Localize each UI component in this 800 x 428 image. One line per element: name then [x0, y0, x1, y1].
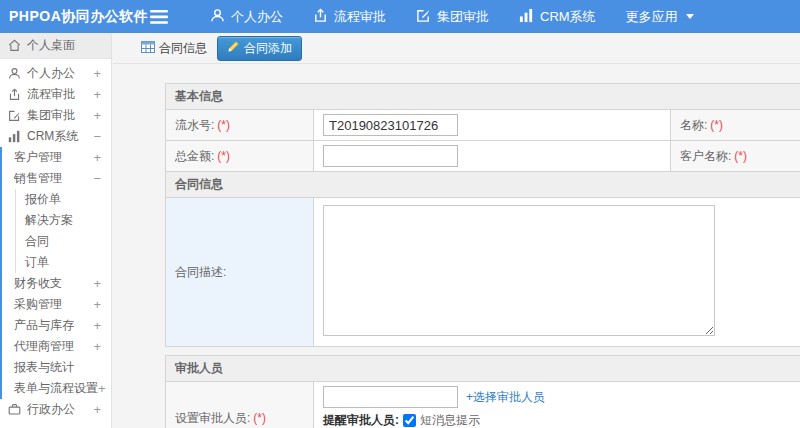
field-label: 总金额: — [175, 149, 214, 163]
expand-plus-icon: + — [98, 381, 108, 396]
sidebar-item-product-inventory[interactable]: 产品与库存 + — [2, 315, 111, 336]
hamburger-menu-icon[interactable] — [150, 10, 168, 24]
topnav-personal-office[interactable]: 个人办公 — [210, 8, 283, 26]
nav-label: 集团审批 — [437, 8, 489, 26]
table-icon — [141, 41, 155, 56]
crm-submenu: 客户管理 + 销售管理 − 报价单 解决方案 合同 订单 财务收支 + — [0, 147, 111, 399]
topnav-group-approval[interactable]: 集团审批 — [416, 8, 489, 26]
required-mark: (*) — [710, 118, 723, 132]
contract-desc-label-cell: 合同描述: — [166, 198, 314, 347]
sidebar-item-label: 客户管理 — [14, 149, 62, 166]
sidebar-item-form-flow-settings[interactable]: 表单与流程设置 + — [2, 378, 111, 399]
sidebar-item-label: 表单与流程设置 — [14, 380, 98, 397]
serial-number-label-cell: 流水号:(*) — [166, 110, 314, 141]
sidebar: 个人桌面 个人办公 + 流程审批 + 集团审批 + CRM系统 − 客户管理 + — [0, 33, 112, 428]
sidebar-item-customer-mgmt[interactable]: 客户管理 + — [2, 147, 111, 168]
sales-submenu: 报价单 解决方案 合同 订单 — [15, 189, 111, 273]
section-header-approver: 审批人员 — [166, 356, 800, 382]
serial-number-input[interactable] — [323, 114, 458, 136]
sidebar-item-label: 订单 — [25, 254, 49, 271]
caret-down-icon — [686, 14, 694, 19]
choose-approver-link[interactable]: +选择审批人员 — [466, 389, 545, 406]
set-approver-value-cell: +选择审批人员 提醒审批人员: 短消息提示 注：流程第一步审批人员，这里选择你的… — [314, 382, 800, 428]
tab-label: 合同信息 — [159, 40, 207, 57]
sidebar-item-solution[interactable]: 解决方案 — [16, 210, 111, 231]
required-mark: (*) — [253, 411, 266, 425]
contract-form-table: 基本信息 流水号:(*) 名称:(*) 总金额:(*) — [165, 83, 800, 347]
expand-plus-icon: + — [93, 276, 103, 291]
sidebar-item-crm[interactable]: CRM系统 − — [0, 126, 111, 147]
expand-plus-icon: + — [93, 66, 103, 81]
approver-form-table: 审批人员 设置审批人员:(*) +选择审批人员 提醒审批人员: 短消息提示 注： — [165, 355, 800, 428]
user-icon — [8, 67, 21, 80]
sidebar-item-label: 流程审批 — [27, 86, 75, 103]
home-icon — [8, 39, 21, 52]
expand-plus-icon: + — [93, 150, 103, 165]
sidebar-item-label: 采购管理 — [14, 296, 62, 313]
nav-label: CRM系统 — [540, 8, 596, 26]
sidebar-item-sales-mgmt[interactable]: 销售管理 − — [2, 168, 111, 189]
sms-reminder-label: 短消息提示 — [420, 412, 480, 428]
field-label: 流水号: — [175, 118, 214, 132]
nav-label: 流程审批 — [334, 8, 386, 26]
sidebar-item-personal-office[interactable]: 个人办公 + — [0, 63, 111, 84]
topnav-crm[interactable]: CRM系统 — [519, 8, 596, 26]
sidebar-item-label: 个人办公 — [27, 65, 75, 82]
nav-label: 个人办公 — [231, 8, 283, 26]
user-icon — [210, 8, 225, 26]
topnav-flow-approval[interactable]: 流程审批 — [313, 8, 386, 26]
tab-contract-info[interactable]: 合同信息 — [141, 40, 207, 57]
contract-desc-textarea[interactable] — [323, 205, 715, 336]
sidebar-item-label: 合同 — [25, 233, 49, 250]
expand-plus-icon: + — [93, 318, 103, 333]
main-area: 合同信息 合同添加 基本信息 流水号:(*) 名称:(*) — [113, 33, 800, 428]
customer-label-cell: 客户名称:(*) — [671, 141, 800, 172]
tab-contract-add[interactable]: 合同添加 — [217, 36, 302, 61]
field-label: 设置审批人员: — [175, 411, 250, 425]
topnav: 个人办公 流程审批 集团审批 CRM系统 更多应用 — [210, 8, 694, 26]
sidebar-item-label: 集团审批 — [27, 107, 75, 124]
sidebar-item-desktop[interactable]: 个人桌面 — [0, 33, 111, 59]
topnav-more-apps[interactable]: 更多应用 — [626, 8, 694, 26]
tab-label: 合同添加 — [244, 40, 292, 57]
remind-approver-label: 提醒审批人员: — [323, 412, 399, 428]
expand-plus-icon: + — [93, 108, 103, 123]
contract-desc-value-cell — [314, 198, 800, 347]
sidebar-item-quotation[interactable]: 报价单 — [16, 189, 111, 210]
section-header-basic-info: 基本信息 — [166, 84, 800, 110]
serial-number-value-cell — [314, 110, 671, 141]
bar-chart-icon — [8, 130, 21, 143]
bar-chart-icon — [519, 8, 534, 26]
briefcase-icon — [8, 403, 21, 416]
sidebar-item-label: 行政办公 — [27, 401, 75, 418]
name-label-cell: 名称:(*) — [671, 110, 800, 141]
expand-plus-icon: + — [93, 87, 103, 102]
sidebar-item-label: CRM系统 — [27, 128, 78, 145]
required-mark: (*) — [217, 149, 230, 163]
field-label: 名称: — [680, 118, 707, 132]
expand-plus-icon: + — [93, 297, 103, 312]
sidebar-item-purchase[interactable]: 采购管理 + — [2, 294, 111, 315]
sidebar-item-label: 销售管理 — [14, 170, 62, 187]
amount-input[interactable] — [323, 145, 458, 167]
sms-reminder-checkbox[interactable] — [403, 414, 416, 427]
required-mark: (*) — [734, 149, 747, 163]
sidebar-item-label: 代理商管理 — [14, 338, 74, 355]
amount-label-cell: 总金额:(*) — [166, 141, 314, 172]
sidebar-item-order[interactable]: 订单 — [16, 252, 111, 273]
section-header-contract-info: 合同信息 — [166, 172, 800, 198]
sidebar-item-flow-approval[interactable]: 流程审批 + — [0, 84, 111, 105]
sidebar-item-agent-mgmt[interactable]: 代理商管理 + — [2, 336, 111, 357]
compose-icon — [416, 8, 431, 26]
tabbar: 合同信息 合同添加 — [113, 33, 800, 64]
sidebar-item-reports[interactable]: 报表与统计 — [2, 357, 111, 378]
sidebar-item-label: 报表与统计 — [14, 359, 74, 376]
sidebar-item-group-approval[interactable]: 集团审批 + — [0, 105, 111, 126]
sidebar-item-contract[interactable]: 合同 — [16, 231, 111, 252]
sidebar-item-admin-office[interactable]: 行政办公 + — [0, 399, 111, 420]
approver-input[interactable] — [323, 386, 458, 408]
sidebar-item-label: 个人桌面 — [27, 37, 75, 54]
sidebar-item-label: 解决方案 — [25, 212, 73, 229]
sidebar-item-finance[interactable]: 财务收支 + — [2, 273, 111, 294]
flow-approval-icon — [313, 8, 328, 26]
